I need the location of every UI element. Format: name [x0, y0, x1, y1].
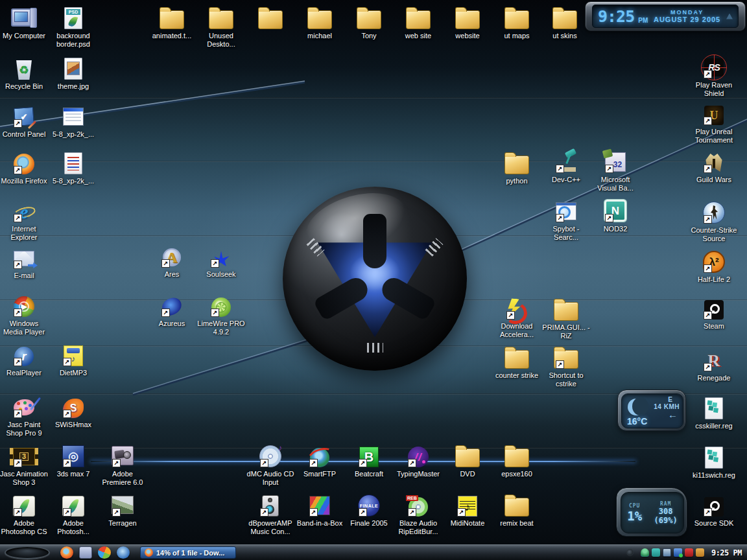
desktop-icon-dev-c[interactable]: ↗Dev-C++ — [541, 149, 591, 184]
folder-icon — [357, 10, 381, 29]
desktop-icon-adobe-premiere-6-0[interactable]: ↗Adobe Premiere 6.0 — [98, 443, 147, 487]
desktop-icon-3ds-max-7[interactable]: ◎↗3ds max 7 — [49, 443, 98, 478]
shortcut-arrow-icon: ↗ — [63, 459, 71, 467]
folder-icon — [552, 10, 577, 29]
desktop-icon-microsoft-visual-ba[interactable]: 32↗Microsoft Visual Ba... — [591, 149, 640, 192]
desktop-icon-ki11swich-reg[interactable]: ki11swich.reg — [689, 445, 739, 480]
desktop-icon-play-unreal-tournament[interactable]: U↗Play Unreal Tournament — [689, 101, 739, 145]
desktop-icon-theme-jpg[interactable]: theme.jpg — [49, 56, 98, 91]
desktop-icon-csskiller-reg[interactable]: csskiller.reg — [689, 395, 739, 430]
weather-screen: E 14 KMH ← 16°C — [621, 393, 683, 428]
shortcut-arrow-icon: ↗ — [704, 264, 712, 273]
display-tray-icon[interactable] — [663, 548, 671, 557]
firefox-quicklaunch-icon[interactable] — [60, 546, 73, 559]
desktop[interactable]: My ComputerPSDbackround border.psdanimat… — [0, 0, 747, 560]
desktop-icon-dmc-audio-cd-input[interactable]: ♪↗dMC Audio CD Input — [246, 443, 295, 487]
desktop-icon-backround-border-psd[interactable]: PSDbackround border.psd — [49, 5, 98, 49]
icon-label: theme.jpg — [58, 82, 89, 91]
desktop-icon-finale-2005[interactable]: FINALE↗Finale 2005 — [344, 493, 394, 528]
desktop-icon-internet-explorer[interactable]: e↗Internet Explorer — [0, 198, 49, 242]
desktop-icon-jasc-paint-shop-pro-9[interactable]: ↗Jasc Paint Shop Pro 9 — [0, 394, 49, 438]
folder-icon — [504, 350, 529, 369]
desktop-icon-midinotate[interactable]: ♪↗MidiNotate — [443, 493, 492, 528]
media-tray-icon[interactable] — [652, 548, 660, 557]
documents-quicklaunch-icon[interactable] — [79, 546, 92, 559]
desktop-icon-spybot-searc[interactable]: ↗Spybot - Searc... — [541, 198, 591, 242]
desktop-icon-michael[interactable]: michael — [295, 5, 344, 40]
desktop-icon-unused-deskto[interactable]: Unused Deskto... — [196, 5, 246, 49]
desktop-icon-e-mail[interactable]: ↗E-mail — [0, 245, 49, 280]
tray-clock[interactable]: 9:25 PM — [711, 548, 742, 557]
desktop-icon-python[interactable]: python — [492, 150, 541, 185]
updates-tray-icon[interactable] — [696, 548, 704, 557]
moon-icon — [628, 399, 645, 415]
weather-widget[interactable]: E 14 KMH ← 16°C — [617, 390, 686, 431]
desktop-icon-guild-wars[interactable]: ↗Guild Wars — [689, 149, 739, 184]
desktop-icon-steam[interactable]: ↗Steam — [689, 296, 739, 331]
messenger-tray-icon[interactable] — [641, 548, 649, 557]
desktop-icon-limewire-pro-4-9-2[interactable]: ↗LimeWire PRO 4.9.2 — [196, 293, 246, 336]
desktop-icon-band-in-a-box[interactable]: ↗Band-in-a-Box — [295, 493, 344, 528]
desktop-icon-realplayer[interactable]: r↗RealPlayer — [0, 342, 49, 377]
wallpaper-divider-line — [0, 97, 747, 99]
desktop-icon-renegade[interactable]: R↗Renegade — [689, 347, 739, 382]
desktop-icon-source-sdk[interactable]: ↗Source SDK — [689, 493, 739, 528]
desktop-icon-nod32[interactable]: N↗NOD32 — [591, 198, 640, 233]
desktop-icon-download-accelera[interactable]: ↗Download Accelera... — [492, 296, 541, 339]
temperature: 16°C — [627, 416, 647, 426]
desktop-icon-beatcraft[interactable]: B↗Beatcraft — [344, 443, 394, 478]
desktop-icon-ut-skins[interactable]: ut skins — [540, 5, 589, 40]
desktop-icon-dietmp3[interactable]: ♪↗DietMP3 — [49, 342, 98, 377]
desktop-icon-mozilla-firefox[interactable]: ↗Mozilla Firefox — [0, 150, 49, 185]
desktop-icon-website[interactable]: website — [443, 5, 492, 40]
desktop-icon-jasc-animation-shop-3[interactable]: 3↗Jasc Animation Shop 3 — [0, 443, 49, 487]
desktop-icon-control-panel[interactable]: ✔↗Control Panel — [0, 104, 49, 139]
desktop-icon-swishmax[interactable]: S↗SWiSHmax — [49, 394, 98, 429]
quick-launch — [60, 546, 130, 559]
desktop-icon-soulseek[interactable]: ↗Soulseek — [196, 244, 246, 279]
desktop-icon-5-8-xp-2k[interactable]: 5-8_xp-2k_... — [49, 150, 98, 185]
start-button[interactable] — [5, 546, 50, 559]
desktop-icon-adobe-photosh[interactable]: ↗Adobe Photosh... — [49, 493, 98, 536]
system-tray: 9:25 PM — [626, 545, 747, 560]
desktop-icon-shortcut-to-cstrike[interactable]: ↗Shortcut to cstrike — [541, 345, 591, 388]
task-label: 14% of 1 file - Dow... — [156, 549, 224, 557]
antivirus-tray-icon[interactable] — [674, 548, 682, 557]
system-monitor-widget[interactable]: CPU 1% RAM 308 (69%) — [616, 487, 687, 537]
desktop-icon-my-computer[interactable]: My Computer — [0, 5, 49, 40]
media-player-quicklaunch-icon[interactable] — [98, 546, 111, 559]
desktop-icon-adobe-photoshop-cs[interactable]: ↗Adobe Photoshop CS — [0, 493, 49, 536]
ati-tray-icon[interactable] — [685, 548, 693, 557]
internet-explorer-quicklaunch-icon[interactable] — [117, 546, 130, 559]
desktop-icon-smartftp[interactable]: ↗SmartFTP — [295, 443, 344, 478]
desktop-icon-blaze-audio-ripeditbur[interactable]: REB↗Blaze Audio RipEditBur... — [394, 493, 443, 536]
desktop-icon-folder[interactable] — [246, 5, 295, 32]
clock-widget[interactable]: 9:25 PM MONDAY AUGUST 29 2005 — [585, 1, 746, 31]
desktop-icon-animated-t[interactable]: animated.t... — [147, 5, 196, 40]
shortcut-arrow-icon: ↗ — [605, 165, 613, 173]
desktop-icon-dvd[interactable]: DVD — [443, 443, 492, 478]
desktop-icon-remix-beat[interactable]: remix beat — [492, 493, 541, 528]
desktop-icon-recycle-bin[interactable]: ♻Recycle Bin — [0, 56, 49, 91]
desktop-icon-terragen[interactable]: ↗Terragen — [98, 493, 147, 528]
shortcut-arrow-icon: ↗ — [14, 358, 22, 366]
desktop-icon-azureus[interactable]: ↗Azureus — [147, 293, 196, 328]
desktop-icon-typingmaster[interactable]: //↗TypingMaster — [394, 443, 443, 478]
desktop-icon-ares[interactable]: A↗Ares — [147, 244, 196, 279]
desktop-icon-ut-maps[interactable]: ut maps — [492, 5, 541, 40]
desktop-icon-counter-strike-source[interactable]: ↗Counter-Strike Source — [689, 200, 739, 243]
desktop-icon-5-8-xp-2k[interactable]: 5-8_xp-2k_... — [49, 104, 98, 139]
desktop-icon-tony[interactable]: Tony — [344, 5, 394, 40]
desktop-icon-epsxe160[interactable]: epsxe160 — [492, 443, 541, 478]
shortcut-arrow-icon: ↗ — [556, 360, 564, 369]
taskbar-task-download[interactable]: 14% of 1 file - Dow... — [140, 546, 236, 559]
desktop-icon-dbpoweramp-music-con[interactable]: ↗dBpowerAMP Music Con... — [246, 493, 295, 536]
desktop-icon-counter-strike[interactable]: counter strike — [492, 345, 541, 380]
desktop-icon-windows-media-player[interactable]: ▶↗Windows Media Player — [0, 293, 49, 336]
desktop-icon-web-site[interactable]: web site — [394, 5, 443, 40]
desktop-icon-play-raven-shield[interactable]: RS↗Play Raven Shield — [689, 54, 739, 98]
desktop-icon-half-life-2[interactable]: λ²↗Half-Life 2 — [689, 249, 739, 284]
desktop-icon-prima-gui-riz[interactable]: PRIMA.GUI... - RiZ — [541, 297, 591, 340]
clock-screen: 9:25 PM MONDAY AUGUST 29 2005 — [592, 5, 739, 28]
icon-label: Dev-C++ — [552, 176, 580, 184]
